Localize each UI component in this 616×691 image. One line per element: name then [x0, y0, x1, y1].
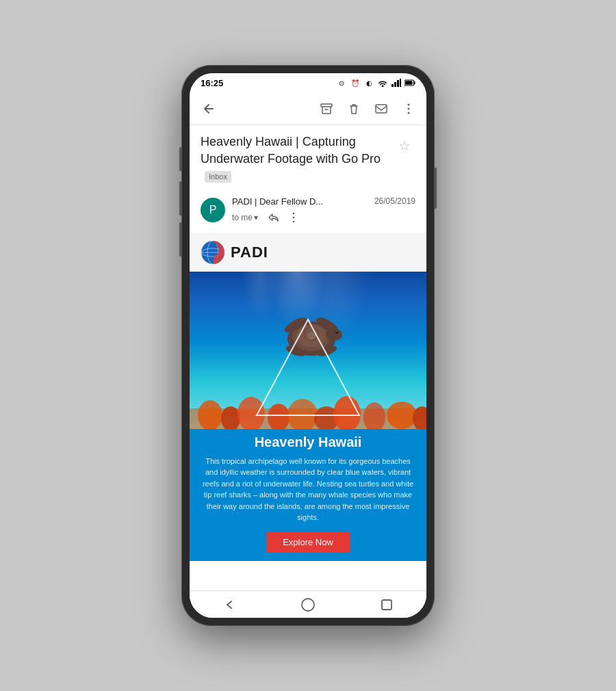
more-options-button[interactable]	[396, 96, 421, 121]
svg-rect-5	[414, 81, 415, 84]
toolbar-actions	[314, 96, 421, 121]
sender-name: PADI | Dear Fellow D...	[232, 196, 323, 207]
svg-point-39	[387, 402, 417, 429]
sender-name-row: PADI | Dear Fellow D... 26/05/2019	[232, 196, 415, 207]
delete-button[interactable]	[342, 96, 366, 121]
reply-icon[interactable]	[264, 208, 283, 227]
sender-meta: to me ▾	[232, 208, 415, 227]
svg-point-42	[302, 599, 314, 611]
signal-icon	[391, 77, 402, 88]
svg-point-9	[408, 103, 410, 105]
power-button	[435, 168, 437, 209]
sender-info: PADI | Dear Fellow D... 26/05/2019 to me…	[232, 196, 415, 227]
sender-more-button[interactable]	[284, 208, 303, 227]
nav-recents-button[interactable]	[370, 592, 404, 617]
hero-image	[190, 272, 426, 429]
archive-button[interactable]	[314, 96, 339, 121]
mail-button[interactable]	[369, 96, 394, 121]
sender-row: P PADI | Dear Fellow D... 26/05/2019 to …	[190, 191, 426, 233]
inbox-badge: Inbox	[205, 171, 231, 183]
padi-globe-icon	[201, 240, 225, 265]
status-time: 16:25	[201, 78, 223, 88]
expand-chevron[interactable]: ▾	[254, 213, 258, 222]
hawaii-title: Heavenly Hawaii	[201, 434, 415, 450]
phone-screen: 16:25 ⊙ ⏰ ◐	[190, 73, 426, 618]
sender-date: 26/05/2019	[374, 196, 415, 206]
alarm-icon: ⏰	[350, 77, 361, 88]
hero-background	[190, 272, 426, 429]
subject-area: Heavenly Hawaii | Capturing Underwater F…	[190, 125, 426, 191]
hawaii-lower-section: Heavenly Hawaii This tropical archipelag…	[190, 429, 426, 561]
sender-actions	[264, 208, 303, 227]
svg-point-13	[293, 216, 295, 218]
subject-text-wrap: Heavenly Hawaii | Capturing Underwater F…	[201, 133, 388, 185]
subject-row: Heavenly Hawaii | Capturing Underwater F…	[201, 133, 415, 185]
svg-point-38	[363, 402, 385, 429]
svg-rect-2	[397, 80, 399, 87]
svg-rect-1	[394, 82, 396, 87]
brightness-icon: ◐	[363, 77, 374, 88]
svg-rect-6	[405, 81, 412, 85]
status-bar: 16:25 ⊙ ⏰ ◐	[190, 73, 426, 92]
padi-logo: PADI	[231, 244, 268, 261]
silent-button	[179, 222, 181, 257]
triangle-overlay	[253, 313, 363, 422]
subject-title: Heavenly Hawaii | Capturing Underwater F…	[201, 135, 381, 183]
bottom-nav	[190, 590, 426, 618]
volume-down-button	[179, 181, 181, 216]
battery-icon	[405, 77, 415, 88]
svg-rect-8	[376, 105, 387, 113]
sender-avatar: P	[201, 198, 225, 222]
subject-text: Heavenly Hawaii | Capturing Underwater F…	[201, 135, 381, 166]
phone-device: 16:25 ⊙ ⏰ ◐	[181, 65, 435, 626]
nav-back-button[interactable]	[212, 592, 246, 617]
email-body: PADI	[190, 233, 426, 561]
camera-status-icon: ⊙	[336, 77, 347, 88]
nav-home-button[interactable]	[291, 592, 325, 617]
svg-rect-3	[400, 79, 401, 87]
svg-rect-0	[392, 84, 394, 87]
svg-point-11	[408, 112, 410, 114]
status-icons: ⊙ ⏰ ◐	[336, 77, 415, 88]
svg-point-10	[408, 107, 410, 109]
svg-rect-7	[321, 104, 332, 107]
email-content: Heavenly Hawaii | Capturing Underwater F…	[190, 125, 426, 590]
back-button[interactable]	[195, 95, 222, 122]
svg-rect-43	[382, 600, 392, 610]
sender-to: to me	[232, 213, 253, 222]
gmail-toolbar	[190, 92, 426, 125]
wifi-icon	[377, 77, 388, 88]
hawaii-description: This tropical archipelago well known for…	[201, 456, 415, 523]
star-button[interactable]: ☆	[394, 135, 415, 157]
svg-marker-41	[257, 320, 359, 415]
svg-point-12	[293, 212, 295, 214]
svg-point-14	[293, 220, 295, 222]
volume-up-button	[179, 147, 181, 171]
svg-point-31	[198, 400, 222, 429]
padi-header: PADI	[190, 233, 426, 272]
explore-now-button[interactable]: Explore Now	[266, 532, 350, 553]
